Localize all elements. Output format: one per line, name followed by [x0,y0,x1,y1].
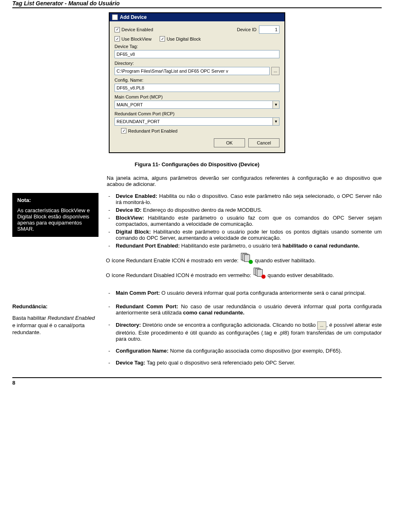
bullet-device-tag: Device Tag: Tag pelo qual o dispositivo … [116,360,382,366]
chevron-down-icon: ▼ [273,118,279,125]
check-icon: ✓ [160,36,165,41]
config-name-label: Config. Name: [115,78,279,83]
dialog-screenshot: Add Device ✓ Device Enabled Device ID ✓ [12,12,382,153]
note-box-1: Nota: As características BlockView e Dig… [12,193,98,237]
bullet-config-name: Configuration Name: Nome da configuração… [116,348,382,354]
check-icon: ✓ [115,27,120,32]
note-head: Nota: [17,197,94,203]
mcp-label: Main Comm Port (MCP) [115,94,279,99]
dialog-titlebar: Add Device [110,13,284,21]
device-tag-input[interactable] [115,50,279,58]
page-header: Tag List Generator - Manual do Usuário [12,0,382,8]
device-id-input[interactable] [259,25,279,34]
config-name-input[interactable] [115,84,279,92]
mcp-value: MAIN_PORT [115,102,273,107]
dialog-title: Add Device [120,14,147,20]
browse-icon: ... [317,321,326,330]
device-enabled-checkbox[interactable]: ✓ Device Enabled [115,27,153,32]
redundant-disable-icon-line: O ícone Redundant Disabled ICON é mostra… [106,268,382,278]
use-blockview-label: Use BlockView [121,37,151,41]
bullet-redundant-comm: Redundant Comm Port: No caso de usar red… [116,303,382,316]
rcp-label: Redundant Comm Port (RCP) [115,111,279,116]
directory-label: Directory: [115,61,279,66]
redundancy-note: Redundância: Basta habilitar Redundant E… [12,303,98,336]
mcp-select[interactable]: MAIN_PORT ▼ [115,101,279,109]
use-digital-block-label: Use Digital Block [167,37,201,41]
bullet-main-comm: Main Comm Port: O usuário deverá informa… [116,290,382,296]
use-blockview-checkbox[interactable]: ✓ Use BlockView [115,36,151,41]
rcp-select[interactable]: REDUNDANT_PORT ▼ [115,117,279,126]
directory-input[interactable] [115,67,270,75]
page-number: 8 [12,377,382,386]
redundant-disable-icon [254,268,265,278]
check-icon: ✓ [121,128,126,133]
bullet-device-id: Device ID: Endereço do dispositivo dentr… [116,207,382,213]
dialog-icon [112,14,118,20]
ok-button[interactable]: OK [214,138,245,147]
redundant-port-checkbox[interactable]: ✓ Redundant Port Enabled [121,128,177,133]
redundant-enable-icon [241,253,252,264]
rcp-value: REDUNDANT_PORT [115,119,273,124]
browse-button[interactable]: ... [271,67,279,75]
device-id-label: Device ID [237,27,257,32]
figure-caption: Figura 11- Configurações do Dispositivo … [12,161,382,167]
bullet-digital-block: Digital Block: Habilitando este parâmetr… [116,229,382,241]
cancel-button[interactable]: Cancel [248,138,279,147]
bullet-device-enabled: Device Enabled: Habilita ou não o dispos… [116,193,382,205]
add-device-dialog: Add Device ✓ Device Enabled Device ID ✓ [109,12,285,153]
redundancy-head: Redundância: [12,303,98,310]
note-body: As características BlockView e Digital B… [17,207,94,232]
bullet-blockview: BlockView: Habilitando este parâmetro o … [116,215,382,227]
redundancy-body: Basta habilitar Redundant Enabled e info… [12,314,98,336]
bullet-redundant-port: Redundant Port Enabled: Habilitando este… [116,243,382,249]
use-digital-block-checkbox[interactable]: ✓ Use Digital Block [160,36,201,41]
bullet-directory: Directory: Diretório onde se encontra a … [116,321,382,342]
chevron-down-icon: ▼ [273,101,279,108]
device-tag-label: Device Tag: [115,44,279,49]
device-enabled-label: Device Enabled [121,27,153,32]
check-icon: ✓ [115,36,120,41]
redundant-port-label: Redundant Port Enabled [128,128,177,133]
intro-paragraph: Na janela acima, alguns parâmetros dever… [12,175,382,187]
redundant-enable-icon-line: O ícone Redundant Enable ICON é mostrado… [106,253,382,264]
